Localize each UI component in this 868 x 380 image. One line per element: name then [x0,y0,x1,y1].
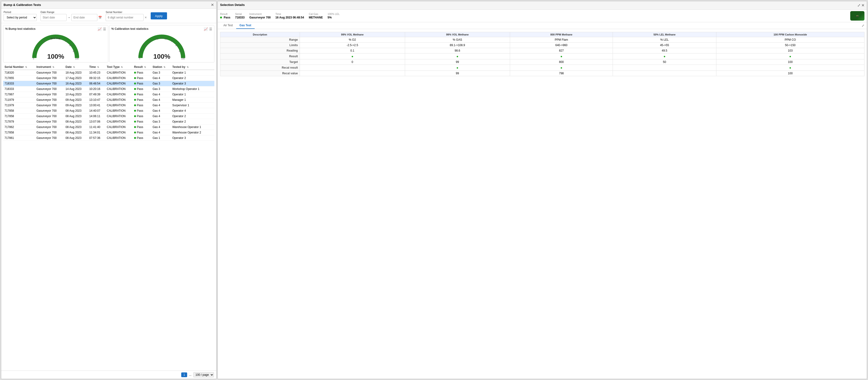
th-instrument[interactable]: Instrument ⇅ [35,64,64,70]
left-panel-close-button[interactable]: ✕ [211,3,214,7]
start-date-input[interactable] [40,14,67,21]
cell-testtype: CALIBRATION [105,81,133,87]
th-testedby[interactable]: Tested by ⇅ [171,64,211,70]
target-ppmflam: 800 [510,59,613,65]
meta-result-value: Pass [220,16,230,19]
tab-expand-icon[interactable]: ⤢ [862,22,864,29]
pagination: 1 ... 100 / page [1,371,216,379]
sort-serial-icon: ⇅ [25,66,27,68]
recal-value-ppmco: 100 [716,71,864,76]
table-row[interactable]: 711979 Gasurveyor 700 09 Aug 2023 13:00:… [3,103,214,108]
cell-time: 13:00:41 [88,103,105,108]
svg-text:70: 70 [65,40,67,42]
calendar-icon: 📅 [98,16,102,19]
gas-test-tab[interactable]: Gas Test [236,22,255,29]
table-row[interactable]: 717879 Gasurveyor 700 08 Aug 2023 13:07:… [3,119,214,125]
cell-action [211,92,214,97]
table-row[interactable]: 717862 Gasurveyor 700 08 Aug 2023 11:41:… [3,125,214,130]
cell-station: Gas 1 [151,135,171,141]
table-row[interactable]: 718320 Gasurveyor 700 18 Aug 2023 10:45:… [3,70,214,75]
cell-date: 10 Aug 2023 [64,92,88,97]
cell-action [211,97,214,103]
serial-clear-icon[interactable]: ✕ [145,16,147,19]
period-select[interactable]: Select by period [4,14,37,21]
cell-instrument: Gasurveyor 700 [35,103,64,108]
serial-input[interactable] [106,14,144,21]
cell-instrument: Gasurveyor 700 [35,113,64,119]
meta-result: Result Pass [220,12,230,19]
cell-serial: 717879 [3,119,35,125]
cell-date: 18 Aug 2023 [64,70,88,75]
calibration-chart-line-icon[interactable]: 📈 [204,27,208,31]
cell-result: Pass [133,125,151,130]
table-row[interactable]: 717867 Gasurveyor 700 10 Aug 2023 07:49:… [3,92,214,97]
table-row[interactable]: 718333 Gasurveyor 700 16 Aug 2023 06:48:… [3,81,214,87]
selection-header: Selection Details ⤢ ✕ [218,1,867,10]
table-row[interactable]: 717858 Gasurveyor 700 08 Aug 2023 14:40:… [3,108,214,113]
sort-time-icon: ⇅ [97,66,99,68]
result-indicator [134,88,136,90]
cell-station: Gas 4 [151,75,171,81]
th-date[interactable]: Date ⇅ [64,64,88,70]
gas-test-content: Description 99% VOL Methane 99% VOL Meth… [218,29,867,379]
cell-testedby: Warehouse Operator 1 [171,125,211,130]
selection-expand-button[interactable]: ⤢ [857,3,861,7]
gas-test-table-body: Limits -2.5->2.5 89.1->108.9 640->960 45… [220,43,864,76]
per-page-select[interactable]: 100 / page [193,372,214,377]
cell-action [211,81,214,87]
selection-close-button[interactable]: ✕ [861,3,864,7]
svg-text:100: 100 [181,58,185,60]
tabs: Air Test Gas Test ⤢ [218,22,867,29]
range-label: Range [220,37,300,43]
calibration-chart-list-icon[interactable]: ☰ [209,27,212,31]
end-date-input[interactable] [71,14,97,21]
page-1-button[interactable]: 1 [181,373,187,377]
th-testtype[interactable]: Test Type ⇅ [105,64,133,70]
cell-result: Pass [133,108,151,113]
col5-header: 100 PPM Carbon Monoxide [716,32,864,37]
svg-text:40: 40 [156,38,158,40]
table-row[interactable]: 718333 Gasurveyor 700 14 Aug 2023 10:20:… [3,87,214,92]
cell-action [211,113,214,119]
table-row[interactable]: 717858 Gasurveyor 700 08 Aug 2023 11:34:… [3,130,214,135]
cell-station: Gas 4 [151,97,171,103]
bump-gauge-value: 100% [47,53,64,60]
cell-serial: 717861 [3,135,35,141]
cell-instrument: Gasurveyor 700 [35,130,64,135]
limits-row: Limits -2.5->2.5 89.1->108.9 640->960 45… [220,43,864,48]
th-station[interactable]: Station ⇅ [151,64,171,70]
col1-header: 99% VOL Methane [300,32,405,37]
table-row[interactable]: 717861 Gasurveyor 700 08 Aug 2023 07:57:… [3,135,214,141]
th-serial[interactable]: Serial Number ⇅ [3,64,35,70]
bump-chart-list-icon[interactable]: ☰ [103,27,106,31]
selection-header-close-group: ⤢ ✕ [857,3,864,7]
right-panel: Selection Details ⤢ ✕ Result Pass Serial… [217,1,867,379]
cell-time: 06:48:54 [88,81,105,87]
result-indicator [134,99,136,101]
table-row[interactable]: 711979 Gasurveyor 700 09 Aug 2023 13:10:… [3,97,214,103]
cell-time: 11:34:01 [88,130,105,135]
range-o2: % O2 [300,37,405,43]
th-result[interactable]: Result ⇅ [133,64,151,70]
svg-text:30: 30 [149,40,151,42]
limits-gas: 89.1->108.9 [405,43,510,48]
date-range-label: Date Range [40,11,102,13]
bump-chart-header: % Bump test statistics 📈 ☰ [5,27,106,31]
cell-date: 09 Aug 2023 [64,97,88,103]
table-row[interactable]: 717855 Gasurveyor 700 17 Aug 2023 09:32:… [3,75,214,81]
bump-chart-line-icon[interactable]: 📈 [98,27,102,31]
gas-test-table-head: Description 99% VOL Methane 99% VOL Meth… [220,32,864,43]
cell-testedby: Warehouse Operator 2 [171,130,211,135]
cell-date: 16 Aug 2023 [64,81,88,87]
cell-time: 10:45:23 [88,70,105,75]
svg-text:30: 30 [43,40,45,42]
recal-result-o2 [300,65,405,71]
air-test-tab[interactable]: Air Test [220,22,236,29]
apply-button[interactable]: Apply [151,12,167,20]
th-time[interactable]: Time ⇅ [88,64,105,70]
table-row[interactable]: 717858 Gasurveyor 700 08 Aug 2023 14:06:… [3,113,214,119]
calibration-gauge-value: 100% [153,53,170,60]
cell-serial: 711979 [3,97,35,103]
result-detail-row: Result ● ● ● ● ● [220,54,864,59]
cell-testtype: CALIBRATION [105,92,133,97]
